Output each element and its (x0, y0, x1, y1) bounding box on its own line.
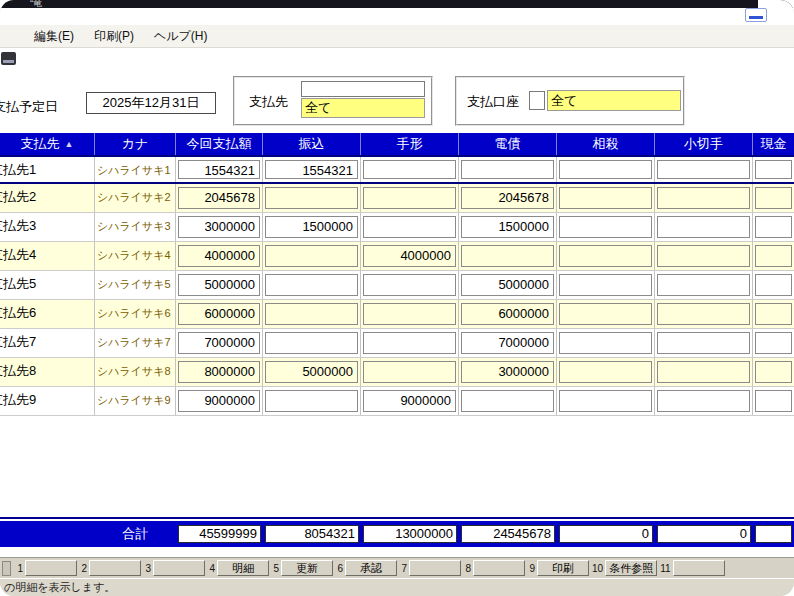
furikomi-cell (263, 242, 361, 270)
genkin-cell (753, 271, 794, 299)
sousai-cell (557, 271, 655, 299)
table-row[interactable]: 支払先7シハライサキ770000007000000 (0, 329, 794, 358)
account-code-input[interactable] (529, 91, 545, 110)
function-key-button-4[interactable]: 明細 (217, 560, 269, 576)
tegata-value (363, 274, 456, 296)
filter-bar: 支払予定日 2025年12月31日 支払先 全て 支払口座 全て (0, 72, 794, 133)
table-row[interactable]: 支払先5シハライサキ550000005000000 (0, 271, 794, 300)
genkin-value (755, 361, 792, 383)
top-band (0, 8, 794, 25)
densai-cell: 3000000 (459, 358, 557, 386)
function-key-4: 4明細 (208, 560, 269, 576)
function-key-button-9[interactable]: 印刷 (537, 560, 589, 576)
total-furikomi-value: 8054321 (265, 525, 359, 543)
function-bar-edge-button[interactable] (2, 561, 11, 576)
function-key-button-8[interactable] (473, 560, 525, 576)
tegata-cell: 4000000 (361, 242, 459, 270)
payee-name: 支払先6 (3, 300, 36, 326)
furikomi-value (265, 245, 358, 267)
densai-value: 6000000 (461, 303, 554, 325)
payee-name: 支払先8 (3, 358, 36, 384)
kana-cell: シハライサキ9 (95, 387, 176, 415)
function-key-button-6[interactable]: 承認 (345, 560, 397, 576)
function-key-button-3[interactable] (153, 560, 205, 576)
menu-bar: 編集(E)印刷(P)ヘルプ(H) (0, 25, 794, 48)
amount-cell: 1554321 (176, 157, 263, 182)
kogitte-value (657, 245, 750, 267)
amount-cell: 3000000 (176, 213, 263, 241)
kogitte-cell (655, 213, 753, 241)
table-row[interactable]: 支払先9シハライサキ990000009000000 (0, 387, 794, 416)
tegata-value (363, 361, 456, 383)
function-key-number: 3 (144, 563, 151, 574)
menu-item-2[interactable]: ヘルプ(H) (144, 26, 218, 47)
payee-code-input[interactable] (301, 81, 425, 97)
amount-cell: 4000000 (176, 242, 263, 270)
column-header-label: 手形 (397, 135, 423, 153)
column-header-8[interactable]: 現金 (753, 133, 794, 155)
function-key-number: 4 (208, 563, 215, 574)
kogitte-cell (655, 157, 753, 182)
function-key-button-2[interactable] (89, 560, 141, 576)
function-key-button-5[interactable]: 更新 (281, 560, 333, 576)
column-header-5[interactable]: 電債 (459, 133, 557, 155)
status-bar: の明細を表示します。 (0, 578, 794, 596)
function-key-button-11[interactable] (673, 560, 725, 576)
column-header-7[interactable]: 小切手 (655, 133, 753, 155)
payment-date-input[interactable]: 2025年12月31日 (86, 92, 216, 114)
column-header-4[interactable]: 手形 (361, 133, 459, 155)
genkin-cell (753, 387, 794, 415)
amount-cell: 9000000 (176, 387, 263, 415)
total-sousai-cell: 0 (557, 521, 655, 547)
furikomi-value: 1500000 (265, 216, 358, 238)
payee-name: 支払先7 (3, 329, 36, 355)
function-key-button-7[interactable] (409, 560, 461, 576)
kana-cell: シハライサキ6 (95, 300, 176, 328)
payee-cell: 支払先6 (0, 300, 95, 328)
table-row[interactable]: 支払先4シハライサキ440000004000000 (0, 242, 794, 271)
sousai-cell (557, 184, 655, 212)
table-row[interactable]: 支払先1シハライサキ115543211554321 (0, 155, 794, 184)
menu-item-1[interactable]: 印刷(P) (84, 26, 144, 47)
column-header-0[interactable]: 支払先▲ (0, 133, 95, 155)
amount-value: 2045678 (178, 187, 260, 209)
amount-value: 4000000 (178, 245, 260, 267)
furikomi-value (265, 187, 358, 209)
function-key-button-1[interactable] (25, 560, 77, 576)
grid-body: 支払先1シハライサキ115543211554321支払先2シハライサキ22045… (0, 155, 794, 519)
sousai-cell (557, 157, 655, 182)
genkin-cell (753, 184, 794, 212)
total-genkin-value (755, 525, 792, 543)
kogitte-cell (655, 329, 753, 357)
table-row[interactable]: 支払先6シハライサキ660000006000000 (0, 300, 794, 329)
genkin-cell (753, 157, 794, 182)
total-amount-cell: 45599999 (176, 521, 263, 547)
app-window: “竜 編集(E)印刷(P)ヘルプ(H) 支払予定日 2025年12月31日 支払… (0, 0, 794, 596)
genkin-cell (753, 213, 794, 241)
function-key-9: 9印刷 (528, 560, 589, 576)
function-key-8: 8 (464, 560, 525, 576)
furikomi-value: 1554321 (265, 160, 358, 179)
table-row[interactable]: 支払先8シハライサキ8800000050000003000000 (0, 358, 794, 387)
amount-value: 3000000 (178, 216, 260, 238)
total-amount-value: 45599999 (178, 525, 261, 543)
column-header-1[interactable]: カナ (95, 133, 176, 155)
toolbar-print-icon[interactable] (1, 52, 16, 65)
account-name-input[interactable]: 全て (547, 90, 681, 111)
table-row[interactable]: 支払先2シハライサキ220456782045678 (0, 184, 794, 213)
sousai-cell (557, 300, 655, 328)
payee-name-input[interactable]: 全て (301, 98, 425, 118)
column-header-label: カナ (122, 135, 149, 153)
table-row[interactable]: 支払先3シハライサキ3300000015000001500000 (0, 213, 794, 242)
column-header-6[interactable]: 相殺 (557, 133, 655, 155)
furikomi-cell (263, 300, 361, 328)
sort-ascending-icon: ▲ (65, 139, 74, 149)
function-key-number: 5 (272, 563, 279, 574)
minimize-button[interactable] (745, 8, 767, 22)
function-key-button-10[interactable]: 条件参照 (605, 560, 657, 576)
column-header-3[interactable]: 振込 (263, 133, 361, 155)
menu-item-0[interactable]: 編集(E) (24, 26, 84, 47)
densai-cell (459, 242, 557, 270)
sousai-cell (557, 358, 655, 386)
column-header-2[interactable]: 今回支払額 (176, 133, 263, 155)
